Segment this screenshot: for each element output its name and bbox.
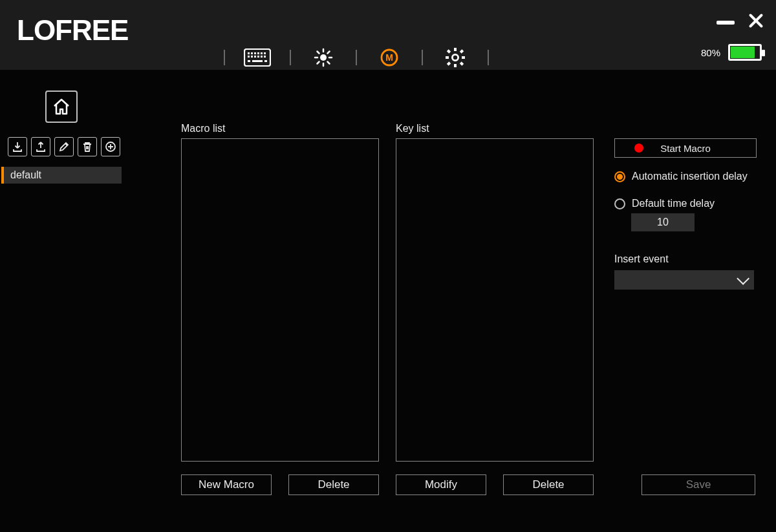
svg-rect-31 xyxy=(447,49,451,53)
minimize-button[interactable] xyxy=(717,12,735,30)
right-panel: Start Macro Automatic insertion delay De… xyxy=(614,138,757,290)
svg-rect-28 xyxy=(454,64,457,67)
delete-profile-button[interactable] xyxy=(78,137,97,156)
save-button[interactable]: Save xyxy=(641,474,755,495)
tab-keyboard[interactable] xyxy=(243,47,272,68)
svg-point-16 xyxy=(320,54,327,61)
chevron-down-icon xyxy=(737,272,749,285)
key-list-label: Key list xyxy=(396,123,429,134)
svg-rect-5 xyxy=(261,52,263,54)
svg-rect-3 xyxy=(254,52,256,54)
svg-rect-13 xyxy=(248,60,250,62)
new-macro-button[interactable]: New Macro xyxy=(181,474,272,495)
window-controls xyxy=(717,12,764,30)
add-profile-button[interactable] xyxy=(101,137,120,156)
battery-status: 80% xyxy=(701,44,762,61)
close-button[interactable] xyxy=(746,12,764,30)
svg-rect-30 xyxy=(462,56,465,59)
svg-rect-15 xyxy=(264,60,267,62)
tab-brightness[interactable] xyxy=(309,47,338,68)
svg-rect-29 xyxy=(446,56,449,59)
svg-rect-12 xyxy=(264,56,266,58)
profile-toolbar xyxy=(8,137,120,156)
radio-default-label: Default time delay xyxy=(632,198,715,209)
profile-item-label: default xyxy=(10,169,41,181)
delay-input[interactable] xyxy=(631,213,695,231)
delete-macro-button[interactable]: Delete xyxy=(288,474,379,495)
svg-rect-14 xyxy=(252,60,263,62)
insert-event-label: Insert event xyxy=(614,253,757,265)
svg-rect-33 xyxy=(460,49,464,53)
record-icon xyxy=(634,144,643,153)
brand-logo: LoFree xyxy=(17,14,128,47)
svg-text:M: M xyxy=(385,52,393,63)
radio-icon xyxy=(614,171,625,182)
svg-rect-10 xyxy=(257,56,259,58)
edit-button[interactable] xyxy=(54,137,74,156)
svg-rect-34 xyxy=(447,61,451,65)
svg-rect-1 xyxy=(248,52,250,54)
insert-event-dropdown[interactable] xyxy=(614,270,754,290)
home-button[interactable] xyxy=(45,90,78,123)
svg-line-22 xyxy=(328,62,330,64)
svg-rect-6 xyxy=(264,52,266,54)
key-list[interactable] xyxy=(396,138,594,462)
svg-rect-9 xyxy=(254,56,256,58)
svg-rect-27 xyxy=(454,48,457,51)
main-panel: default Macro list Key list New Macro De… xyxy=(0,70,776,532)
macro-list-label: Macro list xyxy=(181,123,225,134)
svg-line-24 xyxy=(318,62,319,64)
export-button[interactable] xyxy=(31,137,50,156)
svg-rect-7 xyxy=(248,56,250,58)
svg-rect-2 xyxy=(251,52,253,54)
tab-settings[interactable] xyxy=(441,47,469,68)
radio-auto-delay[interactable]: Automatic insertion delay xyxy=(614,171,757,182)
svg-rect-11 xyxy=(261,56,263,58)
radio-auto-label: Automatic insertion delay xyxy=(632,171,748,182)
svg-line-23 xyxy=(328,52,330,54)
modify-key-button[interactable]: Modify xyxy=(396,474,486,495)
nav-separator xyxy=(488,50,489,65)
radio-icon xyxy=(614,198,625,209)
start-macro-label: Start Macro xyxy=(660,143,711,154)
nav-tabs: M xyxy=(206,45,507,70)
import-button[interactable] xyxy=(8,137,27,156)
macro-list[interactable] xyxy=(181,138,379,462)
radio-default-delay[interactable]: Default time delay xyxy=(614,198,757,209)
nav-separator xyxy=(356,50,357,65)
battery-icon xyxy=(728,44,762,61)
svg-rect-32 xyxy=(460,61,464,65)
svg-line-21 xyxy=(318,52,319,54)
start-macro-button[interactable]: Start Macro xyxy=(614,138,757,158)
nav-separator xyxy=(422,50,423,65)
profile-item[interactable]: default xyxy=(1,167,122,184)
delete-key-button[interactable]: Delete xyxy=(503,474,594,495)
battery-label: 80% xyxy=(701,47,720,58)
nav-separator xyxy=(290,50,291,65)
tab-macro[interactable]: M xyxy=(375,47,404,68)
svg-rect-4 xyxy=(257,52,259,54)
svg-rect-8 xyxy=(251,56,253,58)
header-bar: LoFree xyxy=(0,0,776,70)
profile-list: default xyxy=(1,167,122,184)
nav-separator xyxy=(224,50,225,65)
